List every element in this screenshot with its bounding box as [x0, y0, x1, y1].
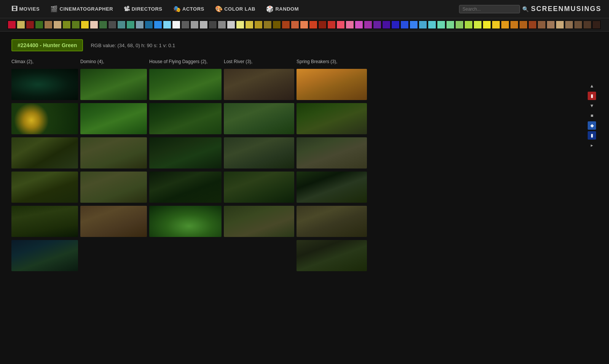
color-swatch[interactable]: [464, 21, 473, 29]
color-swatch[interactable]: [154, 21, 162, 29]
color-swatch[interactable]: [291, 21, 299, 29]
film-thumbnail[interactable]: [224, 137, 294, 168]
film-thumbnail[interactable]: [297, 69, 367, 100]
color-swatch[interactable]: [81, 21, 89, 29]
color-swatch[interactable]: [355, 21, 363, 29]
color-swatch[interactable]: [428, 21, 436, 29]
film-thumbnail[interactable]: [149, 103, 222, 134]
color-swatch[interactable]: [583, 21, 591, 29]
color-swatch[interactable]: [391, 21, 400, 29]
color-swatch[interactable]: [318, 21, 327, 29]
sidebar-icon[interactable]: ▸: [588, 141, 596, 149]
color-swatch[interactable]: [263, 21, 272, 29]
film-thumbnail[interactable]: [80, 172, 147, 203]
color-swatch[interactable]: [419, 21, 427, 29]
sidebar-icon[interactable]: ◆: [588, 121, 596, 130]
color-swatch[interactable]: [227, 21, 235, 29]
color-swatch[interactable]: [574, 21, 582, 29]
color-swatch[interactable]: [309, 21, 317, 29]
film-thumbnail[interactable]: [224, 103, 294, 134]
color-swatch[interactable]: [254, 21, 263, 29]
color-swatch[interactable]: [44, 21, 53, 29]
color-swatch[interactable]: [300, 21, 308, 29]
color-swatch[interactable]: [556, 21, 564, 29]
color-swatch[interactable]: [218, 21, 226, 29]
color-swatch[interactable]: [209, 21, 217, 29]
nav-cinematographer[interactable]: 🎬 CINEMATOGRAPHER: [46, 4, 117, 14]
color-swatch[interactable]: [62, 21, 71, 29]
film-thumbnail[interactable]: [11, 172, 78, 203]
color-swatch[interactable]: [565, 21, 573, 29]
film-thumbnail[interactable]: [11, 137, 78, 168]
film-thumbnail[interactable]: [297, 137, 367, 168]
color-swatch[interactable]: [282, 21, 290, 29]
color-swatch[interactable]: [364, 21, 372, 29]
color-swatch[interactable]: [35, 21, 43, 29]
color-swatch[interactable]: [72, 21, 80, 29]
film-thumbnail[interactable]: [11, 69, 78, 100]
color-swatch[interactable]: [400, 21, 409, 29]
nav-actors[interactable]: 🎭 ACTORS: [169, 4, 208, 14]
nav-colorlab[interactable]: 🎨 COLOR LAB: [211, 4, 259, 14]
color-swatch[interactable]: [136, 21, 144, 29]
film-thumbnail[interactable]: [80, 137, 147, 168]
color-swatch[interactable]: [17, 21, 25, 29]
color-swatch[interactable]: [117, 21, 126, 29]
sidebar-icon[interactable]: ▼: [588, 102, 596, 110]
color-swatch[interactable]: [410, 21, 418, 29]
nav-directors[interactable]: 📽 DIRECTORS: [120, 4, 166, 14]
sidebar-icon[interactable]: ▮: [588, 92, 596, 100]
color-swatch[interactable]: [273, 21, 281, 29]
film-thumbnail[interactable]: [149, 206, 222, 237]
color-swatch[interactable]: [501, 21, 509, 29]
color-badge[interactable]: #224400 - Hunter Green: [11, 39, 83, 51]
color-swatch[interactable]: [483, 21, 491, 29]
color-swatch[interactable]: [373, 21, 381, 29]
color-swatch[interactable]: [26, 21, 34, 29]
color-swatch[interactable]: [592, 21, 601, 29]
film-thumbnail[interactable]: [11, 240, 78, 271]
color-swatch[interactable]: [53, 21, 62, 29]
film-thumbnail[interactable]: [297, 172, 367, 203]
film-thumbnail[interactable]: [80, 206, 147, 237]
color-swatch[interactable]: [99, 21, 107, 29]
film-thumbnail[interactable]: [297, 103, 367, 134]
color-swatch[interactable]: [437, 21, 445, 29]
color-swatch[interactable]: [492, 21, 500, 29]
sidebar-icon[interactable]: ■: [588, 111, 596, 120]
film-thumbnail[interactable]: [224, 172, 294, 203]
color-swatch[interactable]: [346, 21, 354, 29]
color-swatch[interactable]: [519, 21, 528, 29]
search-input[interactable]: [459, 5, 520, 13]
film-thumbnail[interactable]: [297, 240, 367, 271]
color-swatch[interactable]: [145, 21, 153, 29]
color-swatch[interactable]: [382, 21, 391, 29]
color-swatch[interactable]: [446, 21, 454, 29]
film-thumbnail[interactable]: [80, 103, 147, 134]
color-swatch[interactable]: [327, 21, 336, 29]
film-thumbnail[interactable]: [297, 206, 367, 237]
film-thumbnail[interactable]: [149, 69, 222, 100]
color-swatch[interactable]: [8, 21, 16, 29]
nav-random[interactable]: 🎲 RANDOM: [262, 4, 303, 14]
color-swatch[interactable]: [172, 21, 180, 29]
color-swatch[interactable]: [181, 21, 190, 29]
film-thumbnail[interactable]: [80, 69, 147, 100]
color-swatch[interactable]: [236, 21, 244, 29]
color-swatch[interactable]: [547, 21, 555, 29]
sidebar-icon[interactable]: ▮: [588, 131, 596, 140]
color-swatch[interactable]: [473, 21, 482, 29]
film-thumbnail[interactable]: [149, 172, 222, 203]
film-thumbnail[interactable]: [11, 206, 78, 237]
color-swatch[interactable]: [126, 21, 135, 29]
color-swatch[interactable]: [528, 21, 537, 29]
film-thumbnail[interactable]: [224, 206, 294, 237]
film-thumbnail[interactable]: [224, 69, 294, 100]
color-swatch[interactable]: [455, 21, 464, 29]
color-swatch[interactable]: [510, 21, 518, 29]
color-swatch[interactable]: [199, 21, 208, 29]
film-thumbnail[interactable]: [11, 103, 78, 134]
color-swatch[interactable]: [245, 21, 253, 29]
color-swatch[interactable]: [190, 21, 199, 29]
color-swatch[interactable]: [163, 21, 171, 29]
